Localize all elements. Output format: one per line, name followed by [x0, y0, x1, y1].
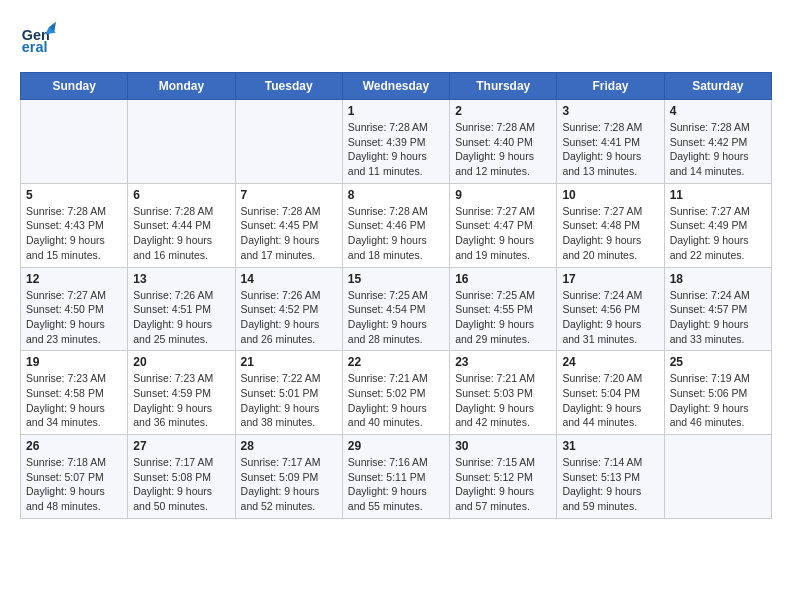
day-number: 20 — [133, 355, 229, 369]
calendar-cell: 14Sunrise: 7:26 AM Sunset: 4:52 PM Dayli… — [235, 267, 342, 351]
calendar-cell: 2Sunrise: 7:28 AM Sunset: 4:40 PM Daylig… — [450, 100, 557, 184]
calendar-cell: 18Sunrise: 7:24 AM Sunset: 4:57 PM Dayli… — [664, 267, 771, 351]
day-info: Sunrise: 7:25 AM Sunset: 4:54 PM Dayligh… — [348, 288, 444, 347]
logo: Gen eral — [20, 20, 60, 56]
day-header-thursday: Thursday — [450, 73, 557, 100]
calendar-cell: 28Sunrise: 7:17 AM Sunset: 5:09 PM Dayli… — [235, 435, 342, 519]
day-number: 16 — [455, 272, 551, 286]
day-number: 4 — [670, 104, 766, 118]
day-info: Sunrise: 7:20 AM Sunset: 5:04 PM Dayligh… — [562, 371, 658, 430]
day-number: 29 — [348, 439, 444, 453]
day-info: Sunrise: 7:27 AM Sunset: 4:49 PM Dayligh… — [670, 204, 766, 263]
day-number: 25 — [670, 355, 766, 369]
day-info: Sunrise: 7:17 AM Sunset: 5:09 PM Dayligh… — [241, 455, 337, 514]
day-info: Sunrise: 7:23 AM Sunset: 4:58 PM Dayligh… — [26, 371, 122, 430]
calendar-cell: 13Sunrise: 7:26 AM Sunset: 4:51 PM Dayli… — [128, 267, 235, 351]
day-header-sunday: Sunday — [21, 73, 128, 100]
calendar-cell: 12Sunrise: 7:27 AM Sunset: 4:50 PM Dayli… — [21, 267, 128, 351]
day-number: 22 — [348, 355, 444, 369]
calendar-cell: 6Sunrise: 7:28 AM Sunset: 4:44 PM Daylig… — [128, 183, 235, 267]
calendar-cell: 27Sunrise: 7:17 AM Sunset: 5:08 PM Dayli… — [128, 435, 235, 519]
calendar-header: SundayMondayTuesdayWednesdayThursdayFrid… — [21, 73, 772, 100]
calendar-cell: 17Sunrise: 7:24 AM Sunset: 4:56 PM Dayli… — [557, 267, 664, 351]
calendar-cell: 24Sunrise: 7:20 AM Sunset: 5:04 PM Dayli… — [557, 351, 664, 435]
day-number: 27 — [133, 439, 229, 453]
day-info: Sunrise: 7:25 AM Sunset: 4:55 PM Dayligh… — [455, 288, 551, 347]
calendar-week-2: 5Sunrise: 7:28 AM Sunset: 4:43 PM Daylig… — [21, 183, 772, 267]
calendar-cell — [21, 100, 128, 184]
day-number: 24 — [562, 355, 658, 369]
day-number: 15 — [348, 272, 444, 286]
calendar-cell: 25Sunrise: 7:19 AM Sunset: 5:06 PM Dayli… — [664, 351, 771, 435]
calendar-cell: 15Sunrise: 7:25 AM Sunset: 4:54 PM Dayli… — [342, 267, 449, 351]
day-number: 21 — [241, 355, 337, 369]
calendar-cell — [128, 100, 235, 184]
day-info: Sunrise: 7:19 AM Sunset: 5:06 PM Dayligh… — [670, 371, 766, 430]
calendar-cell: 19Sunrise: 7:23 AM Sunset: 4:58 PM Dayli… — [21, 351, 128, 435]
day-number: 31 — [562, 439, 658, 453]
day-number: 7 — [241, 188, 337, 202]
day-number: 5 — [26, 188, 122, 202]
calendar-cell: 23Sunrise: 7:21 AM Sunset: 5:03 PM Dayli… — [450, 351, 557, 435]
day-info: Sunrise: 7:28 AM Sunset: 4:45 PM Dayligh… — [241, 204, 337, 263]
calendar-cell — [664, 435, 771, 519]
day-number: 14 — [241, 272, 337, 286]
calendar-cell — [235, 100, 342, 184]
calendar-week-5: 26Sunrise: 7:18 AM Sunset: 5:07 PM Dayli… — [21, 435, 772, 519]
calendar-cell: 29Sunrise: 7:16 AM Sunset: 5:11 PM Dayli… — [342, 435, 449, 519]
calendar-cell: 9Sunrise: 7:27 AM Sunset: 4:47 PM Daylig… — [450, 183, 557, 267]
day-number: 10 — [562, 188, 658, 202]
day-info: Sunrise: 7:18 AM Sunset: 5:07 PM Dayligh… — [26, 455, 122, 514]
calendar-cell: 11Sunrise: 7:27 AM Sunset: 4:49 PM Dayli… — [664, 183, 771, 267]
day-number: 17 — [562, 272, 658, 286]
day-number: 13 — [133, 272, 229, 286]
day-info: Sunrise: 7:15 AM Sunset: 5:12 PM Dayligh… — [455, 455, 551, 514]
day-number: 2 — [455, 104, 551, 118]
day-number: 19 — [26, 355, 122, 369]
calendar-cell: 8Sunrise: 7:28 AM Sunset: 4:46 PM Daylig… — [342, 183, 449, 267]
day-info: Sunrise: 7:24 AM Sunset: 4:57 PM Dayligh… — [670, 288, 766, 347]
calendar-cell: 3Sunrise: 7:28 AM Sunset: 4:41 PM Daylig… — [557, 100, 664, 184]
day-info: Sunrise: 7:28 AM Sunset: 4:40 PM Dayligh… — [455, 120, 551, 179]
day-info: Sunrise: 7:28 AM Sunset: 4:43 PM Dayligh… — [26, 204, 122, 263]
day-number: 23 — [455, 355, 551, 369]
day-number: 26 — [26, 439, 122, 453]
day-header-wednesday: Wednesday — [342, 73, 449, 100]
day-info: Sunrise: 7:22 AM Sunset: 5:01 PM Dayligh… — [241, 371, 337, 430]
day-header-saturday: Saturday — [664, 73, 771, 100]
calendar-cell: 4Sunrise: 7:28 AM Sunset: 4:42 PM Daylig… — [664, 100, 771, 184]
day-info: Sunrise: 7:17 AM Sunset: 5:08 PM Dayligh… — [133, 455, 229, 514]
day-info: Sunrise: 7:26 AM Sunset: 4:51 PM Dayligh… — [133, 288, 229, 347]
day-header-monday: Monday — [128, 73, 235, 100]
day-info: Sunrise: 7:24 AM Sunset: 4:56 PM Dayligh… — [562, 288, 658, 347]
calendar-cell: 20Sunrise: 7:23 AM Sunset: 4:59 PM Dayli… — [128, 351, 235, 435]
calendar-week-1: 1Sunrise: 7:28 AM Sunset: 4:39 PM Daylig… — [21, 100, 772, 184]
day-info: Sunrise: 7:28 AM Sunset: 4:46 PM Dayligh… — [348, 204, 444, 263]
calendar-table: SundayMondayTuesdayWednesdayThursdayFrid… — [20, 72, 772, 519]
day-info: Sunrise: 7:16 AM Sunset: 5:11 PM Dayligh… — [348, 455, 444, 514]
day-number: 9 — [455, 188, 551, 202]
day-info: Sunrise: 7:23 AM Sunset: 4:59 PM Dayligh… — [133, 371, 229, 430]
day-info: Sunrise: 7:27 AM Sunset: 4:47 PM Dayligh… — [455, 204, 551, 263]
logo-icon: Gen eral — [20, 20, 56, 56]
svg-text:eral: eral — [22, 39, 48, 55]
day-number: 8 — [348, 188, 444, 202]
day-number: 18 — [670, 272, 766, 286]
calendar-cell: 31Sunrise: 7:14 AM Sunset: 5:13 PM Dayli… — [557, 435, 664, 519]
calendar-week-3: 12Sunrise: 7:27 AM Sunset: 4:50 PM Dayli… — [21, 267, 772, 351]
day-number: 11 — [670, 188, 766, 202]
calendar-cell: 5Sunrise: 7:28 AM Sunset: 4:43 PM Daylig… — [21, 183, 128, 267]
page-header: Gen eral — [20, 20, 772, 56]
day-info: Sunrise: 7:28 AM Sunset: 4:41 PM Dayligh… — [562, 120, 658, 179]
day-info: Sunrise: 7:28 AM Sunset: 4:42 PM Dayligh… — [670, 120, 766, 179]
day-info: Sunrise: 7:21 AM Sunset: 5:02 PM Dayligh… — [348, 371, 444, 430]
calendar-cell: 30Sunrise: 7:15 AM Sunset: 5:12 PM Dayli… — [450, 435, 557, 519]
day-number: 30 — [455, 439, 551, 453]
day-header-friday: Friday — [557, 73, 664, 100]
day-number: 1 — [348, 104, 444, 118]
calendar-cell: 22Sunrise: 7:21 AM Sunset: 5:02 PM Dayli… — [342, 351, 449, 435]
day-number: 6 — [133, 188, 229, 202]
day-info: Sunrise: 7:27 AM Sunset: 4:48 PM Dayligh… — [562, 204, 658, 263]
day-info: Sunrise: 7:28 AM Sunset: 4:39 PM Dayligh… — [348, 120, 444, 179]
calendar-cell: 26Sunrise: 7:18 AM Sunset: 5:07 PM Dayli… — [21, 435, 128, 519]
